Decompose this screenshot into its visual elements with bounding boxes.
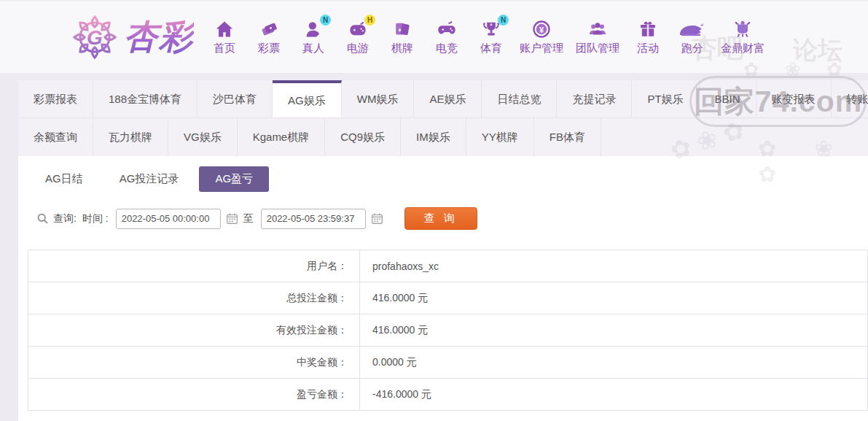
tab-im-yule[interactable]: IM娱乐 <box>401 118 466 156</box>
top-header: G 杏彩 首页 彩票 N 真人 H <box>0 0 868 73</box>
hot-badge: H <box>364 15 375 26</box>
gamepad-icon: H <box>347 19 369 39</box>
query-bar: 查询: 时间 : 至 查 询 <box>36 207 868 230</box>
tab-row-2: 余额查询 瓦力棋牌 VG娱乐 Kgame棋牌 CQ9娱乐 IM娱乐 YY棋牌 F… <box>18 118 868 156</box>
row-label: 用户名： <box>28 250 360 282</box>
table-row: 盈亏金额： -416.0000 元 <box>28 379 868 411</box>
ag-profit-table: 用户名： profahaoxs_xc 总投注金额： 416.0000 元 有效投… <box>28 250 868 411</box>
tab-cq9-yule[interactable]: CQ9娱乐 <box>325 118 401 156</box>
nav-item-team[interactable]: 团队管理 <box>576 19 619 55</box>
nav-label: 棋牌 <box>391 42 413 55</box>
tab-caipiao-baobiao[interactable]: 彩票报表 <box>18 80 93 117</box>
team-icon <box>587 19 609 39</box>
tab-row-1: 彩票报表 188金宝博体育 沙巴体育 AG娱乐 WM娱乐 AE娱乐 日结总览 充… <box>18 80 868 118</box>
tab-kgame-qipai[interactable]: Kgame棋牌 <box>238 118 326 156</box>
home-icon <box>214 19 235 39</box>
nav-item-egames[interactable]: H 电游 <box>342 19 374 55</box>
row-value: 416.0000 元 <box>360 282 868 314</box>
svg-text:G: G <box>87 26 103 49</box>
cards-icon <box>391 19 413 39</box>
logo-text: 杏彩 <box>124 15 194 60</box>
svg-text:¥: ¥ <box>539 26 544 34</box>
nav-item-cards[interactable]: 棋牌 <box>386 19 418 55</box>
row-value: 0.0000 元 <box>360 347 868 379</box>
tab-zhuanzhang-baobiao[interactable]: 转账报表 <box>832 80 868 117</box>
calendar-icon[interactable] <box>371 212 383 225</box>
table-row: 总投注金额： 416.0000 元 <box>28 282 868 314</box>
table-row: 中奖金额： 0.0000 元 <box>28 347 868 379</box>
gift-icon <box>637 19 659 39</box>
nav-label: 体育 <box>480 42 502 55</box>
to-label: 至 <box>243 212 254 225</box>
nav-label: 电游 <box>347 42 369 55</box>
time-label: 时间 : <box>82 212 109 225</box>
query-button[interactable]: 查 询 <box>404 207 477 230</box>
query-label: 查询: <box>53 212 77 225</box>
nav-label: 跑分 <box>681 42 703 55</box>
ag-subtabs: AG日结 AG投注记录 AG盈亏 <box>29 166 868 192</box>
person-icon: N <box>302 19 324 39</box>
search-icon <box>36 212 49 225</box>
tab-wali-qipai[interactable]: 瓦力棋牌 <box>93 118 168 156</box>
ticket-icon <box>258 19 280 39</box>
nav-item-lottery[interactable]: 彩票 <box>253 19 285 55</box>
new-badge: N <box>498 15 509 26</box>
tab-188-jinbaobo-tiyu[interactable]: 188金宝博体育 <box>93 80 198 117</box>
nav-label: 首页 <box>214 42 235 55</box>
row-label: 盈亏金额： <box>28 379 360 411</box>
subtab-ag-rijie[interactable]: AG日结 <box>29 166 99 192</box>
nav-item-jinding[interactable]: 金鼎财富 <box>721 19 765 55</box>
ding-cauldron-icon <box>732 19 754 39</box>
nav-item-sports[interactable]: N 体育 <box>475 19 507 55</box>
tab-fb-tiyu[interactable]: FB体育 <box>534 118 601 156</box>
tab-ag-yule[interactable]: AG娱乐 <box>273 80 342 117</box>
subtab-ag-touzhu-jilu[interactable]: AG投注记录 <box>103 166 195 192</box>
report-tabs: 彩票报表 188金宝博体育 沙巴体育 AG娱乐 WM娱乐 AE娱乐 日结总览 充… <box>18 80 868 156</box>
nav-label: 电竞 <box>436 42 458 55</box>
row-label: 有效投注金额： <box>28 314 360 347</box>
rhino-icon <box>677 19 708 39</box>
row-value: profahaoxs_xc <box>360 250 868 282</box>
tab-bbin[interactable]: BBIN <box>700 80 756 117</box>
tab-shaba-tiyu[interactable]: 沙巴体育 <box>198 80 273 117</box>
tab-vg-yule[interactable]: VG娱乐 <box>168 118 238 156</box>
main-nav: 首页 彩票 N 真人 H 电游 棋牌 <box>208 19 765 55</box>
nav-item-paofen[interactable]: 跑分 <box>676 19 708 55</box>
subtab-ag-yingkui[interactable]: AG盈亏 <box>199 166 269 192</box>
date-from-input[interactable] <box>116 209 221 229</box>
site-logo[interactable]: G 杏彩 <box>71 14 194 61</box>
tab-ae-yule[interactable]: AE娱乐 <box>414 80 482 117</box>
logo-flower-icon: G <box>71 14 118 61</box>
tab-wm-yule[interactable]: WM娱乐 <box>342 80 415 117</box>
nav-label: 团队管理 <box>576 42 619 55</box>
date-to-input[interactable] <box>261 209 366 229</box>
nav-label: 真人 <box>302 42 324 55</box>
row-value: -416.0000 元 <box>360 379 868 411</box>
tab-pt-yule[interactable]: PT娱乐 <box>632 80 699 117</box>
trophy-icon: N <box>480 19 502 39</box>
row-label: 总投注金额： <box>28 282 360 314</box>
tab-rijie-zonglan[interactable]: 日结总览 <box>482 80 557 117</box>
tab-yy-qipai[interactable]: YY棋牌 <box>466 118 534 156</box>
nav-label: 活动 <box>637 42 659 55</box>
tab-yue-chaxun[interactable]: 余额查询 <box>18 118 93 156</box>
row-label: 中奖金额： <box>28 347 360 379</box>
tab-zhangbian-baobiao[interactable]: 账变报表 <box>756 80 832 117</box>
nav-item-promotions[interactable]: 活动 <box>632 19 664 55</box>
nav-label: 账户管理 <box>520 42 563 55</box>
nav-item-account[interactable]: ¥ 账户管理 <box>520 19 563 55</box>
table-row: 有效投注金额： 416.0000 元 <box>28 314 868 347</box>
controller-icon <box>436 19 458 39</box>
yuan-circle-icon: ¥ <box>531 19 552 39</box>
nav-label: 金鼎财富 <box>721 42 765 55</box>
nav-item-home[interactable]: 首页 <box>208 19 241 55</box>
calendar-icon[interactable] <box>226 212 238 225</box>
new-badge: N <box>320 15 331 26</box>
nav-item-live[interactable]: N 真人 <box>297 19 329 55</box>
table-row: 用户名： profahaoxs_xc <box>28 250 868 282</box>
row-value: 416.0000 元 <box>360 314 868 347</box>
nav-label: 彩票 <box>258 42 280 55</box>
nav-item-esports[interactable]: 电竞 <box>431 19 463 55</box>
main-panel: 彩票报表 188金宝博体育 沙巴体育 AG娱乐 WM娱乐 AE娱乐 日结总览 充… <box>18 80 868 421</box>
tab-chongti-jilu[interactable]: 充提记录 <box>557 80 632 117</box>
